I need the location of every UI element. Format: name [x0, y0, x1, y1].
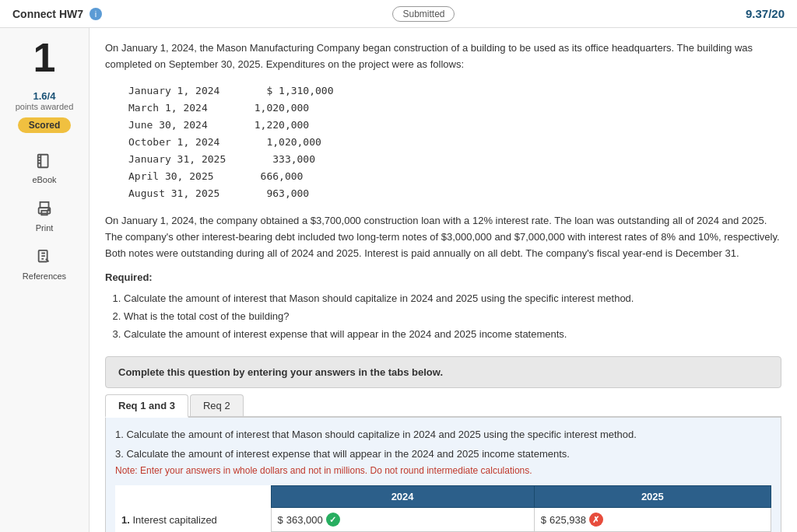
- status-badge: Submitted: [392, 6, 455, 22]
- question-number: 1: [33, 37, 56, 78]
- sidebar-item-print[interactable]: Print: [32, 197, 57, 233]
- tab-instruction-2: 3. Calculate the amount of interest expe…: [115, 446, 771, 463]
- top-bar-left: Connect HW7 i: [12, 8, 102, 20]
- top-bar: Connect HW7 i Submitted 9.37/20: [0, 0, 797, 28]
- score-display: 9.37/20: [746, 7, 785, 20]
- exp-date-2: March 1, 2024: [128, 100, 208, 117]
- incorrect-icon-r1-2025: ✗: [589, 513, 603, 527]
- complete-box-text: Complete this question by entering your …: [118, 366, 443, 378]
- tabs: Req 1 and 3 Req 2: [105, 394, 781, 418]
- tab-req2[interactable]: Req 2: [190, 394, 244, 416]
- references-label: References: [23, 271, 66, 281]
- complete-box: Complete this question by entering your …: [105, 356, 781, 388]
- expenditure-row-6: April 30, 2025 666,000: [128, 168, 781, 185]
- points-label: points awarded: [16, 102, 74, 111]
- expenditure-row-1: January 1, 2024 $ 1,310,000: [128, 82, 781, 100]
- page-title: Connect HW7: [12, 8, 83, 20]
- table-row-interest-capitalized: 1. Interest capitalized $ 363,000 ✓ $: [115, 508, 771, 532]
- expenditure-row-3: June 30, 2024 1,220,000: [128, 117, 781, 134]
- tab-instruction-1: 1. Calculate the amount of interest that…: [115, 427, 771, 443]
- col-header-2024: 2024: [271, 486, 534, 508]
- expenditure-row-2: March 1, 2024 1,020,000: [128, 100, 781, 117]
- svg-point-4: [48, 209, 50, 211]
- problem-paragraph1: On January 1, 2024, the Mason Manufactur…: [105, 40, 781, 73]
- row-1-2025-cell: $ 625,938 ✗: [534, 508, 771, 532]
- requirement-1: Calculate the amount of interest that Ma…: [124, 289, 781, 307]
- book-icon: [32, 149, 57, 173]
- exp-amount-4: 1,020,000: [266, 134, 321, 151]
- required-label: Required:: [105, 271, 781, 283]
- svg-rect-1: [40, 202, 49, 208]
- note-text: Note: Enter your answers in whole dollar…: [115, 465, 771, 476]
- tab-req1and3[interactable]: Req 1 and 3: [105, 394, 188, 418]
- exp-amount-1: $ 1,310,000: [266, 82, 333, 100]
- requirements-list: Calculate the amount of interest that Ma…: [124, 289, 781, 344]
- info-icon[interactable]: i: [90, 8, 102, 20]
- exp-date-7: August 31, 2025: [128, 185, 219, 202]
- print-icon: [32, 197, 57, 222]
- points-value: 1.6/4: [16, 90, 74, 102]
- requirement-2: What is the total cost of the building?: [124, 307, 781, 325]
- exp-date-1: January 1, 2024: [128, 82, 219, 100]
- row-label-1: 1. Interest capitalized: [115, 508, 271, 532]
- exp-date-5: January 31, 2025: [128, 151, 226, 168]
- scored-badge: Scored: [18, 117, 72, 133]
- answer-table: 2024 2025 1. Interest capitalized $ 3: [115, 485, 771, 532]
- correct-icon-r1-2024: ✓: [326, 513, 340, 527]
- ebook-label: eBook: [32, 175, 56, 184]
- requirement-3: Calculate the amount of interest expense…: [124, 325, 781, 343]
- sidebar: 1 1.6/4 points awarded Scored eBook: [0, 28, 90, 532]
- exp-date-4: October 1, 2024: [128, 134, 219, 151]
- exp-amount-7: 963,000: [266, 185, 309, 202]
- exp-date-3: June 30, 2024: [128, 117, 208, 134]
- sidebar-item-ebook[interactable]: eBook: [32, 149, 57, 184]
- exp-amount-2: 1,020,000: [255, 100, 309, 117]
- points-info: 1.6/4 points awarded: [16, 90, 74, 111]
- expenditure-row-7: August 31, 2025 963,000: [128, 185, 781, 202]
- exp-amount-5: 333,000: [272, 151, 315, 168]
- print-label: Print: [36, 223, 54, 233]
- exp-date-6: April 30, 2025: [128, 168, 214, 185]
- exp-amount-6: 666,000: [261, 168, 304, 185]
- expenditures-table: January 1, 2024 $ 1,310,000 March 1, 202…: [128, 82, 781, 203]
- col-header-2025: 2025: [534, 486, 771, 508]
- expenditure-row-4: October 1, 2024 1,020,000: [128, 134, 781, 151]
- sidebar-item-references[interactable]: References: [23, 245, 66, 281]
- row-1-2024-cell: $ 363,000 ✓: [271, 508, 534, 532]
- content-area: On January 1, 2024, the Mason Manufactur…: [90, 28, 797, 532]
- exp-amount-3: 1,220,000: [255, 117, 309, 134]
- tab-content: 1. Calculate the amount of interest that…: [105, 418, 781, 532]
- main-layout: 1 1.6/4 points awarded Scored eBook: [0, 28, 797, 532]
- expenditure-row-5: January 31, 2025 333,000: [128, 151, 781, 168]
- problem-paragraph2: On January 1, 2024, the company obtained…: [105, 213, 781, 261]
- references-icon: [32, 245, 57, 270]
